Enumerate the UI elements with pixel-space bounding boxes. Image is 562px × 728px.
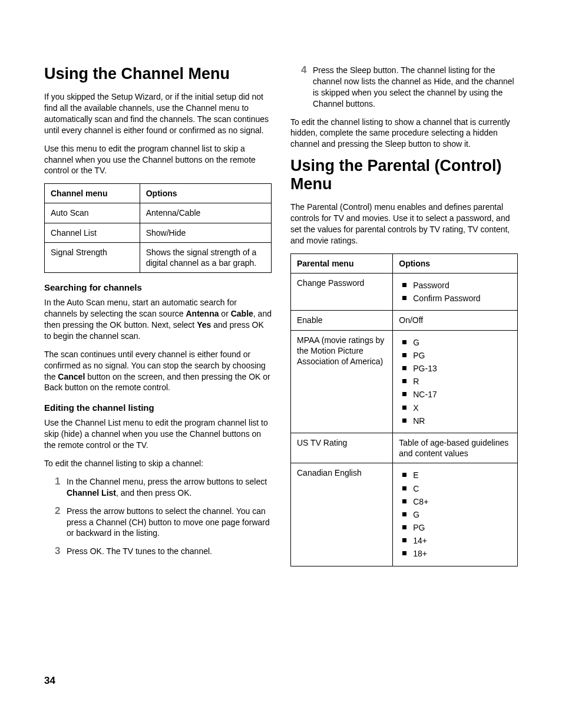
list-item: X — [399, 403, 511, 413]
step-item: Press the Sleep button. The channel list… — [301, 65, 518, 110]
steps-list-cont: Press the Sleep button. The channel list… — [301, 65, 518, 110]
right-column: Press the Sleep button. The channel list… — [290, 65, 518, 575]
para: The scan continues until every channel i… — [44, 349, 272, 394]
table-row: Signal Strength Shows the signal strengt… — [45, 242, 272, 272]
table-header: Options — [393, 253, 518, 273]
list-item: NR — [399, 416, 511, 426]
list-item: C — [399, 483, 511, 494]
subheading-searching: Searching for channels — [44, 282, 272, 292]
table-cell: G PG PG-13 R NC-17 X NR — [393, 330, 518, 433]
para: The Parental (Control) menu enables and … — [290, 202, 518, 246]
table-header: Options — [140, 184, 271, 203]
table-row: Auto Scan Antenna/Cable — [45, 203, 272, 223]
options-list: E C C8+ G PG 14+ 18+ — [399, 470, 511, 559]
table-row: Channel List Show/Hide — [45, 223, 272, 242]
table-cell: E C C8+ G PG 14+ 18+ — [393, 463, 518, 566]
step-item: In the Channel menu, press the arrow but… — [55, 476, 272, 499]
table-cell: Password Confirm Password — [393, 274, 518, 311]
para: To edit the channel listing to skip a ch… — [44, 458, 272, 469]
table-row: Change Password Password Confirm Passwor… — [291, 274, 518, 311]
bold: Cancel — [58, 372, 85, 381]
parental-menu-table: Parental menu Options Change Password Pa… — [290, 253, 518, 566]
bold: Cable — [231, 309, 253, 318]
list-item: PG — [399, 350, 511, 361]
left-column: Using the Channel Menu If you skipped th… — [44, 65, 272, 575]
table-header: Parental menu — [291, 253, 393, 273]
table-row: US TV Rating Table of age-based guidelin… — [291, 433, 518, 463]
table-row: Canadian English E C C8+ G PG 14+ 18+ — [291, 463, 518, 566]
page-number: 34 — [44, 675, 55, 687]
table-cell: Change Password — [291, 274, 393, 311]
para: Use the Channel List menu to edit the pr… — [44, 417, 272, 451]
table-cell: Shows the signal strength of a digital c… — [140, 242, 271, 272]
heading-channel-menu: Using the Channel Menu — [44, 65, 272, 83]
table-cell: Auto Scan — [45, 203, 140, 223]
page-body: Using the Channel Menu If you skipped th… — [0, 0, 562, 610]
table-cell: Show/Hide — [140, 223, 271, 242]
table-cell: MPAA (movie ratings by the Motion Pictur… — [291, 330, 393, 433]
table-cell: Enable — [291, 311, 393, 330]
steps-list: In the Channel menu, press the arrow but… — [55, 476, 272, 557]
step-item: Press OK. The TV tunes to the channel. — [55, 546, 272, 557]
table-cell: Antenna/Cable — [140, 203, 271, 223]
table-cell: Canadian English — [291, 463, 393, 566]
table-cell: Table of age-based guidelines and conten… — [393, 433, 518, 463]
table-row: Enable On/Off — [291, 311, 518, 330]
table-cell: On/Off — [393, 311, 518, 330]
table-cell: Channel List — [45, 223, 140, 242]
bold: Antenna — [186, 309, 219, 318]
list-item: E — [399, 470, 511, 480]
para: If you skipped the Setup Wizard, or if t… — [44, 91, 272, 136]
list-item: 18+ — [399, 548, 511, 559]
list-item: Confirm Password — [399, 293, 511, 304]
text: In the Channel menu, press the arrow but… — [67, 477, 267, 486]
para: To edit the channel listing to show a ch… — [290, 117, 518, 150]
step-item: Press the arrow buttons to select the ch… — [55, 506, 272, 539]
para: In the Auto Scan menu, start an automati… — [44, 297, 272, 342]
table-cell: US TV Rating — [291, 433, 393, 463]
options-list: Password Confirm Password — [399, 280, 511, 304]
list-item: PG — [399, 522, 511, 533]
channel-menu-table: Channel menu Options Auto Scan Antenna/C… — [44, 183, 272, 273]
list-item: C8+ — [399, 496, 511, 507]
table-header: Channel menu — [45, 184, 140, 203]
options-list: G PG PG-13 R NC-17 X NR — [399, 337, 511, 426]
list-item: PG-13 — [399, 363, 511, 374]
text: , and then press OK. — [116, 488, 191, 498]
list-item: G — [399, 337, 511, 348]
list-item: G — [399, 509, 511, 520]
text: or — [219, 309, 230, 318]
list-item: NC-17 — [399, 389, 511, 400]
subheading-editing: Editing the channel listing — [44, 403, 272, 413]
list-item: 14+ — [399, 535, 511, 546]
bold: Channel List — [67, 488, 116, 498]
table-row: MPAA (movie ratings by the Motion Pictur… — [291, 330, 518, 433]
bold: Yes — [197, 320, 211, 330]
list-item: Password — [399, 280, 511, 291]
para: Use this menu to edit the program channe… — [44, 143, 272, 177]
list-item: R — [399, 376, 511, 387]
table-cell: Signal Strength — [45, 242, 140, 272]
heading-parental-menu: Using the Parental (Control) Menu — [290, 157, 518, 193]
